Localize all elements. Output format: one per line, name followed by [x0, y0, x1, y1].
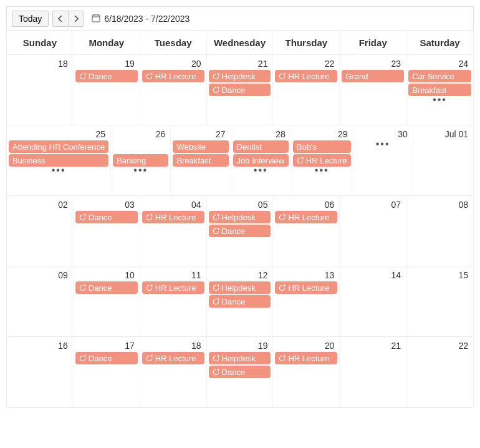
event[interactable]: Dentist	[233, 140, 289, 153]
day-cell[interactable]: 03Dance	[74, 196, 140, 266]
day-number: 16	[8, 338, 72, 352]
event[interactable]: Dance	[209, 84, 271, 96]
day-cell[interactable]: 23Grand	[340, 55, 406, 125]
recur-icon	[213, 214, 219, 221]
day-number: 15	[408, 268, 472, 281]
day-cell[interactable]: 12HelpdeskDance	[207, 266, 274, 336]
day-cell[interactable]: 28DentistJob Interview•••	[231, 125, 291, 195]
day-cell[interactable]: 25Attending HR ConferenceBusiness•••	[7, 125, 111, 195]
day-number: 17	[75, 338, 138, 352]
day-cell[interactable]: 21	[340, 337, 406, 407]
more-events-button[interactable]: •••	[292, 167, 352, 173]
events-list: Attending HR ConferenceBusiness	[8, 140, 109, 167]
event[interactable]: HR Lecture	[275, 70, 337, 82]
event-title: Grand	[345, 72, 368, 81]
day-header: Friday	[340, 31, 406, 54]
day-number: 29	[292, 127, 352, 140]
chevron-right-icon	[74, 14, 79, 24]
event[interactable]: Dance	[75, 70, 138, 82]
day-cell[interactable]: 22HR Lecture	[273, 55, 340, 125]
recur-icon	[146, 355, 153, 362]
event[interactable]: Grand	[342, 70, 404, 82]
day-cell[interactable]: 19Dance	[74, 55, 140, 125]
event[interactable]: Dance	[209, 295, 271, 308]
event[interactable]: HR Lecture	[275, 211, 337, 223]
date-range-text: 6/18/2023 - 7/22/2023	[104, 14, 190, 24]
event[interactable]: Dance	[75, 211, 138, 223]
event[interactable]: HR Lecture	[142, 352, 204, 364]
week-row: 0910Dance11HR Lecture12HelpdeskDance13HR…	[7, 266, 473, 337]
day-cell[interactable]: 15	[406, 266, 473, 336]
event[interactable]: HR Lecture	[142, 70, 204, 82]
more-events-button[interactable]: •••	[355, 140, 411, 147]
event-spacer	[113, 140, 168, 153]
calendar: Sunday Monday Tuesday Wednesday Thursday…	[6, 31, 474, 408]
calendar-icon	[92, 14, 100, 24]
event[interactable]: Dance	[75, 352, 138, 364]
event[interactable]: Breakfast	[173, 154, 228, 167]
day-cell[interactable]: 19HelpdeskDance	[207, 337, 274, 407]
event[interactable]: Helpdesk	[209, 352, 271, 364]
day-number: 25	[8, 127, 109, 140]
event[interactable]: HR Lecture	[142, 211, 204, 223]
events-list: Dance	[75, 281, 138, 294]
day-cell[interactable]: 20HR Lecture	[273, 337, 340, 407]
events-list: Bob'sHR Lecture	[292, 140, 352, 167]
event[interactable]: Bob's	[293, 140, 351, 153]
day-cell[interactable]: 26Banking•••	[111, 125, 171, 195]
day-cell[interactable]: 11HR Lecture	[140, 266, 207, 336]
week-row: 25Attending HR ConferenceBusiness•••26Ba…	[7, 125, 473, 196]
day-cell[interactable]: 27WebsiteBreakfast	[171, 125, 231, 195]
more-events-button[interactable]: •••	[8, 167, 109, 173]
day-cell[interactable]: 14	[340, 266, 406, 336]
day-cell[interactable]: 13HR Lecture	[273, 266, 340, 336]
event-title: Dance	[222, 368, 246, 377]
event[interactable]: Helpdesk	[209, 211, 271, 223]
day-cell[interactable]: 05HelpdeskDance	[207, 196, 274, 266]
day-cell[interactable]: 18	[7, 55, 74, 125]
day-number: 10	[75, 268, 138, 281]
day-cell[interactable]: 16	[7, 337, 74, 407]
date-range[interactable]: 6/18/2023 - 7/22/2023	[92, 14, 190, 24]
day-cell[interactable]: 29Bob'sHR Lecture•••	[291, 125, 353, 195]
day-cell[interactable]: 20HR Lecture	[140, 55, 207, 125]
day-cell[interactable]: 08	[406, 196, 473, 266]
event[interactable]: Dance	[75, 281, 138, 294]
day-cell[interactable]: 10Dance	[74, 266, 140, 336]
event[interactable]: Website	[173, 140, 228, 153]
event[interactable]: Dance	[209, 225, 271, 237]
next-button[interactable]	[68, 11, 84, 27]
event[interactable]: Helpdesk	[209, 70, 271, 82]
day-number: 20	[274, 338, 338, 352]
event-title: Helpdesk	[222, 283, 256, 293]
day-cell[interactable]: 30•••	[353, 125, 413, 195]
events-list: HelpdeskDance	[208, 211, 272, 237]
recur-icon	[279, 214, 286, 221]
day-cell[interactable]: 09	[7, 266, 74, 336]
more-events-button[interactable]: •••	[408, 96, 472, 103]
day-cell[interactable]: 21HelpdeskDance	[207, 55, 274, 125]
event[interactable]: Attending HR Conference	[9, 140, 108, 153]
event[interactable]: Helpdesk	[209, 281, 271, 294]
prev-button[interactable]	[52, 11, 68, 27]
day-cell[interactable]: 22	[406, 337, 473, 407]
day-cell[interactable]: 07	[340, 196, 406, 266]
events-list: Car ServiceBreakfast	[408, 70, 472, 96]
event[interactable]: Dance	[209, 366, 271, 378]
event-title: HR Lecture	[155, 72, 196, 81]
more-events-button[interactable]: •••	[233, 167, 289, 173]
day-header: Wednesday	[207, 31, 274, 54]
event[interactable]: HR Lecture	[275, 352, 337, 364]
event[interactable]: HR Lecture	[275, 281, 337, 294]
day-cell[interactable]: 18HR Lecture	[140, 337, 207, 407]
day-cell[interactable]: 06HR Lecture	[273, 196, 340, 266]
more-events-button[interactable]: •••	[112, 167, 169, 173]
today-button[interactable]: Today	[12, 11, 49, 27]
day-cell[interactable]: 04HR Lecture	[140, 196, 207, 266]
day-cell[interactable]: 24Car ServiceBreakfast•••	[406, 55, 473, 125]
day-cell[interactable]: 17Dance	[74, 337, 140, 407]
event[interactable]: Car Service	[408, 70, 471, 82]
day-cell[interactable]: 02	[7, 196, 74, 266]
day-cell[interactable]: Jul 01	[413, 125, 473, 195]
event[interactable]: HR Lecture	[142, 281, 204, 294]
